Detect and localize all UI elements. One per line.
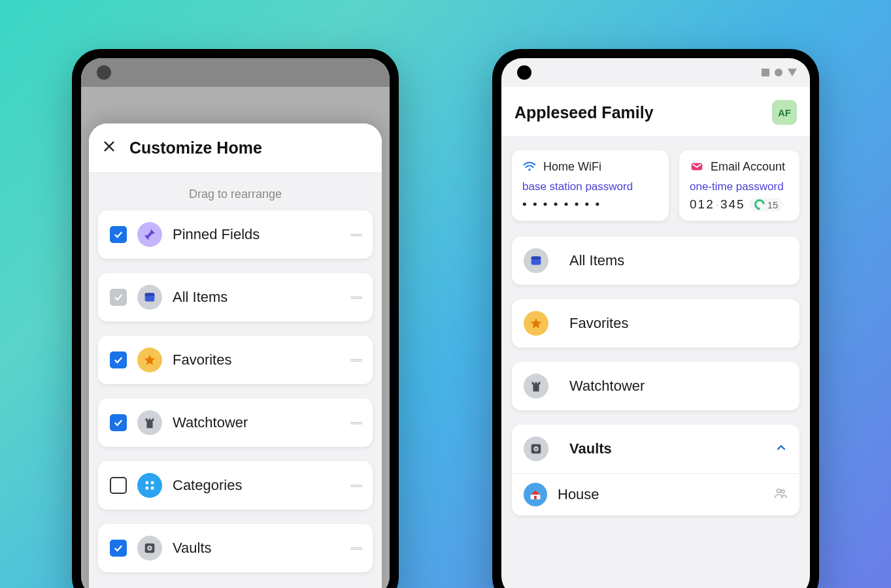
svg-point-9 [528,169,530,171]
otp-part-b: 345 [720,197,745,212]
vault-icon [524,436,548,461]
svg-point-8 [149,547,151,549]
row-label: Vaults [173,540,350,557]
section-label: Favorites [569,315,788,332]
check-icon [112,291,124,303]
section-label: All Items [569,252,788,269]
drag-handle-icon[interactable] [350,543,361,553]
svg-rect-16 [534,496,537,500]
check-icon [112,542,124,554]
check-icon [112,354,124,366]
email-icon [690,159,704,174]
vaults-block: Vaults House [512,425,799,515]
watchtower-icon [137,410,162,435]
otp-separator-icon: · [716,197,719,212]
row-label: Watchtower [173,414,350,431]
categories-icon [137,473,162,498]
statusbar-icons [762,69,797,76]
pin-icon [137,222,162,247]
screen-right: Appleseed Family AF Home WiFi base stati… [501,58,810,588]
svg-rect-3 [151,482,154,485]
vault-item-house[interactable]: House [512,473,799,515]
customize-row-categories[interactable]: Categories [98,461,373,510]
checkbox-locked [110,289,127,306]
pinned-card-wifi[interactable]: Home WiFi base station password • • • • … [512,150,669,221]
watchtower-icon [524,374,548,399]
checkbox[interactable] [110,414,127,431]
checkbox[interactable] [110,226,127,243]
drag-handle-icon[interactable] [350,417,361,428]
row-label: Pinned Fields [173,226,350,243]
drag-handle-icon[interactable] [350,355,361,365]
pinned-subtitle: one-time password [690,180,789,193]
pinned-card-email[interactable]: Email Account one-time password 012 · 34… [679,150,799,221]
screen-left: Customize Home Drag to rearrange Pinned … [81,58,390,588]
sheet-title: Customize Home [129,139,262,157]
vault-icon [137,536,162,561]
star-icon [137,348,162,372]
row-label: Categories [173,477,350,494]
pinned-value-masked: • • • • • • • • [522,197,658,212]
otp-part-a: 012 [690,197,714,212]
section-watchtower[interactable]: Watchtower [512,362,799,410]
phone-home: Appleseed Family AF Home WiFi base stati… [492,49,819,588]
drag-hint: Drag to rearrange [89,173,382,210]
house-icon [524,483,547,506]
star-icon [524,311,548,336]
vault-label: House [558,486,763,503]
phone-customize: Customize Home Drag to rearrange Pinned … [72,49,399,588]
shared-icon [773,486,788,503]
otp-countdown: 15 [749,198,784,212]
customize-row-watchtower[interactable]: Watchtower [98,399,373,447]
wifi-icon [522,159,537,174]
all-items-icon [524,248,548,273]
close-button[interactable] [102,138,116,158]
status-bar [501,58,810,87]
all-items-icon [137,285,162,310]
svg-point-18 [781,490,784,493]
svg-rect-4 [146,487,149,490]
customize-list: Pinned Fields All Items Favo [89,210,382,572]
statusbar-triangle-icon [788,69,797,76]
section-favorites[interactable]: Favorites [512,299,799,348]
customize-row-pinned-fields[interactable]: Pinned Fields [98,210,373,259]
camera-punchhole-icon [517,65,531,80]
pinned-title: Email Account [711,160,785,174]
svg-rect-12 [531,257,541,260]
vaults-header[interactable]: Vaults [512,425,799,473]
customize-row-vaults[interactable]: Vaults [98,524,373,572]
svg-rect-2 [146,482,149,485]
checkbox[interactable] [110,477,127,494]
svg-rect-1 [145,293,155,297]
account-title: Appleseed Family [514,103,654,122]
chevron-up-icon [775,441,788,457]
pinned-subtitle: base station password [522,180,658,193]
account-avatar[interactable]: AF [772,100,797,125]
row-label: All Items [173,289,350,306]
checkbox[interactable] [110,351,127,368]
drag-handle-icon[interactable] [350,229,361,240]
svg-point-15 [535,448,537,450]
customize-row-all-items[interactable]: All Items [98,273,373,321]
customize-row-favorites[interactable]: Favorites [98,336,373,384]
pinned-title: Home WiFi [543,160,601,174]
row-label: Favorites [173,351,350,368]
customize-home-sheet: Customize Home Drag to rearrange Pinned … [89,123,382,588]
check-icon [112,417,124,429]
home-body: Home WiFi base station password • • • • … [501,137,810,529]
home-header: Appleseed Family AF [501,87,810,137]
pinned-otp-value: 012 · 345 15 [690,197,789,212]
sheet-header: Customize Home [89,123,382,173]
vaults-title: Vaults [569,440,764,457]
drag-handle-icon[interactable] [350,292,361,302]
drag-handle-icon[interactable] [350,480,361,491]
section-all-items[interactable]: All Items [512,237,799,285]
svg-rect-5 [151,487,154,490]
checkbox[interactable] [110,540,127,557]
section-label: Watchtower [569,378,788,395]
close-icon [102,139,116,154]
countdown-ring-icon [752,197,767,212]
svg-point-17 [777,489,781,493]
statusbar-square-icon [762,69,769,76]
pinned-fields-row: Home WiFi base station password • • • • … [512,150,799,221]
